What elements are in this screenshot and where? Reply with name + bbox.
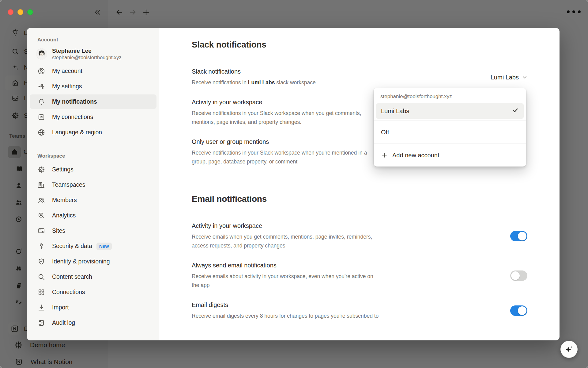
zoom-window-button[interactable] xyxy=(27,9,33,15)
setting-description: Receive notifications in Lumi Labs slack… xyxy=(192,78,380,87)
scroll-icon xyxy=(37,319,45,327)
people-icon xyxy=(37,196,45,204)
setting-description: Receive email digests every 8 hours for … xyxy=(192,312,380,320)
setting-description: Receive notifications in your Slack work… xyxy=(192,148,380,166)
workspace-section-header: Workspace xyxy=(37,153,156,159)
section-heading: Slack notifications xyxy=(192,39,527,57)
search-icon xyxy=(37,273,45,281)
setting-title: Always send email notifications xyxy=(192,261,510,270)
setting-row-email-digests: Email digests Receive email digests ever… xyxy=(192,301,527,320)
setting-row-slack-notifications: Slack notifications Receive notification… xyxy=(192,67,527,87)
profile-email: stephanie@toolsforthought.xyz xyxy=(52,54,122,61)
globe-icon xyxy=(37,128,45,136)
activity-email-toggle[interactable] xyxy=(510,231,527,241)
sidebar-item-language-region[interactable]: Language & region xyxy=(30,125,156,140)
sidebar-item-members[interactable]: Members xyxy=(30,193,156,207)
bell-icon xyxy=(37,98,45,106)
sidebar-item-sites[interactable]: Sites xyxy=(30,224,156,238)
sidebar-item-content-search[interactable]: Content search xyxy=(30,270,156,284)
building-icon xyxy=(37,181,45,189)
gear-icon xyxy=(37,166,45,174)
select-value: Lumi Labs xyxy=(491,74,519,81)
setting-title: Slack notifications xyxy=(192,67,491,76)
dropdown-option-off[interactable]: Off xyxy=(376,123,524,142)
email-digests-toggle[interactable] xyxy=(510,305,527,316)
close-window-button[interactable] xyxy=(8,9,13,15)
add-new-account-button[interactable]: Add new account xyxy=(376,146,524,165)
account-profile: Stephanie Lee stephanie@toolsforthought.… xyxy=(30,46,156,62)
account-section-header: Account xyxy=(37,37,156,43)
window-controls xyxy=(8,9,33,15)
sliders-icon xyxy=(37,82,45,90)
browser-cursor-icon xyxy=(37,227,45,235)
sidebar-item-analytics[interactable]: Analytics xyxy=(30,208,156,223)
shield-check-icon xyxy=(37,258,45,266)
download-icon xyxy=(37,304,45,312)
avatar xyxy=(36,48,47,59)
arrow-up-right-box-icon xyxy=(37,113,45,121)
setting-description: Receive notifications in your Slack work… xyxy=(192,109,380,127)
new-badge: New xyxy=(96,243,112,250)
sidebar-item-my-notifications[interactable]: My notifications xyxy=(30,94,156,109)
settings-content: Slack notifications Slack notifications … xyxy=(159,28,560,340)
always-send-email-toggle[interactable] xyxy=(510,270,527,281)
sidebar-item-connections[interactable]: Connections xyxy=(30,285,156,299)
sidebar-item-my-settings[interactable]: My settings xyxy=(30,79,156,94)
magnifier-chart-icon xyxy=(37,212,45,220)
setting-row-activity-email: Activity in your workspace Receive email… xyxy=(192,222,527,250)
sidebar-item-settings[interactable]: Settings xyxy=(30,162,156,177)
divider xyxy=(374,144,526,144)
sidebar-item-my-account[interactable]: My account xyxy=(30,64,156,78)
slack-workspace-select[interactable]: Lumi Labs xyxy=(491,74,527,81)
grid-icon xyxy=(37,288,45,296)
sidebar-item-identity-provisioning[interactable]: Identity & provisioning xyxy=(30,254,156,269)
setting-title: Email digests xyxy=(192,301,510,309)
plus-icon xyxy=(381,152,388,159)
section-heading: Email notifications xyxy=(192,193,527,211)
dropdown-account-header: stephanie@toolsforthought.xyz xyxy=(376,90,524,103)
sidebar-item-my-connections[interactable]: My connections xyxy=(30,110,156,124)
slack-account-dropdown: stephanie@toolsforthought.xyz Lumi Labs … xyxy=(374,88,526,167)
email-notifications-section: Email notifications Activity in your wor… xyxy=(192,193,527,320)
key-icon xyxy=(37,242,45,250)
ai-sparkle-icon xyxy=(564,345,574,354)
setting-description: Receive emails when you get comments, me… xyxy=(192,232,380,250)
setting-description: Receive emails about activity in your wo… xyxy=(192,272,380,290)
notion-ai-button[interactable] xyxy=(560,341,578,358)
sidebar-item-security-data[interactable]: Security & data New xyxy=(30,239,156,253)
app-window: L S N H I S Teams C xyxy=(0,0,588,368)
settings-sidebar: Account Stephanie Lee stephanie@toolsfor… xyxy=(27,28,159,340)
sidebar-item-import[interactable]: Import xyxy=(30,300,156,315)
setting-title: Activity in your workspace xyxy=(192,222,510,230)
avatar-illustration xyxy=(36,48,47,59)
dropdown-option-lumi-labs[interactable]: Lumi Labs xyxy=(376,103,524,119)
setting-row-always-send-email: Always send email notifications Receive … xyxy=(192,261,527,290)
check-icon xyxy=(512,107,519,115)
sidebar-item-audit-log[interactable]: Audit log xyxy=(30,316,156,330)
chevron-down-icon xyxy=(522,75,527,80)
sidebar-item-teamspaces[interactable]: Teamspaces xyxy=(30,178,156,192)
settings-dialog: Account Stephanie Lee stephanie@toolsfor… xyxy=(27,28,560,340)
divider xyxy=(374,121,526,121)
minimize-window-button[interactable] xyxy=(17,9,23,15)
person-circle-icon xyxy=(37,67,45,75)
profile-name: Stephanie Lee xyxy=(52,47,122,54)
